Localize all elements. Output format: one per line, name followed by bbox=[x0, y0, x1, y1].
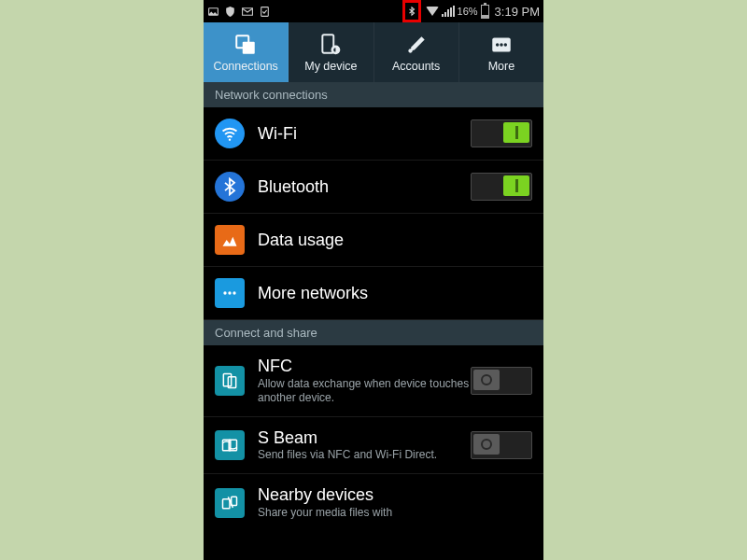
row-nfc[interactable]: NFC Allow data exchange when device touc… bbox=[204, 345, 543, 417]
status-bar: 16% 3:19 PM bbox=[204, 0, 543, 22]
row-subtitle: Allow data exchange when device touches … bbox=[258, 377, 471, 405]
mail-icon bbox=[241, 6, 254, 18]
section-label: Network connections bbox=[215, 88, 328, 102]
section-network-connections: Network connections bbox=[204, 82, 543, 107]
svg-point-8 bbox=[496, 43, 499, 46]
more-icon bbox=[489, 33, 514, 57]
nfc-icon bbox=[215, 366, 245, 396]
section-label: Connect and share bbox=[215, 326, 317, 340]
bluetooth-status-highlight bbox=[402, 0, 421, 22]
s-beam-icon bbox=[215, 430, 245, 460]
nearby-devices-icon bbox=[215, 488, 245, 518]
svg-point-9 bbox=[500, 43, 502, 46]
data-usage-icon bbox=[215, 225, 245, 255]
tab-label: Connections bbox=[213, 60, 278, 73]
svg-rect-15 bbox=[223, 373, 231, 385]
wifi-toggle[interactable] bbox=[471, 119, 532, 147]
bluetooth-icon bbox=[215, 172, 245, 202]
tab-more[interactable]: More bbox=[459, 22, 543, 82]
svg-point-14 bbox=[233, 291, 235, 294]
accounts-icon bbox=[404, 33, 429, 57]
my-device-icon bbox=[318, 33, 343, 57]
section-connect-and-share: Connect and share bbox=[204, 320, 543, 345]
svg-rect-3 bbox=[243, 41, 255, 53]
more-networks-icon bbox=[215, 278, 245, 308]
row-title: Bluetooth bbox=[258, 177, 471, 197]
tab-accounts[interactable]: Accounts bbox=[374, 22, 459, 82]
nfc-toggle[interactable] bbox=[471, 367, 532, 395]
battery-pct: 16% bbox=[458, 6, 478, 17]
row-title: Data usage bbox=[258, 231, 532, 250]
row-nearby-devices[interactable]: Nearby devices Share your media files wi… bbox=[204, 474, 543, 531]
row-subtitle: Send files via NFC and Wi-Fi Direct. bbox=[258, 448, 471, 462]
tab-label: More bbox=[488, 60, 514, 73]
row-s-beam[interactable]: S Beam Send files via NFC and Wi-Fi Dire… bbox=[204, 417, 543, 475]
row-title: Nearby devices bbox=[258, 485, 532, 505]
bluetooth-toggle[interactable] bbox=[471, 173, 532, 201]
phone-frame: 16% 3:19 PM Connections My device Accoun… bbox=[204, 0, 543, 560]
svg-rect-1 bbox=[261, 7, 269, 16]
bluetooth-status-icon bbox=[407, 5, 416, 18]
row-bluetooth[interactable]: Bluetooth bbox=[204, 161, 543, 214]
tab-my-device[interactable]: My device bbox=[289, 22, 374, 82]
row-subtitle: Share your media files with bbox=[258, 506, 532, 520]
row-title: More networks bbox=[258, 284, 532, 303]
row-data-usage[interactable]: Data usage bbox=[204, 214, 543, 267]
row-wifi[interactable]: Wi-Fi bbox=[204, 107, 543, 161]
svg-point-12 bbox=[223, 291, 226, 294]
tab-label: My device bbox=[304, 60, 357, 73]
row-title: NFC bbox=[258, 357, 471, 376]
clipboard-check-icon bbox=[259, 6, 271, 18]
svg-point-11 bbox=[229, 139, 231, 141]
settings-tabs: Connections My device Accounts More bbox=[204, 22, 543, 82]
row-title: Wi-Fi bbox=[258, 124, 471, 144]
s-beam-toggle[interactable] bbox=[471, 431, 532, 459]
image-icon bbox=[207, 6, 219, 18]
row-title: S Beam bbox=[258, 428, 471, 448]
tab-label: Accounts bbox=[392, 60, 440, 73]
battery-icon bbox=[481, 5, 489, 19]
clock: 3:19 PM bbox=[495, 5, 540, 19]
connections-icon bbox=[233, 33, 258, 57]
shield-icon bbox=[224, 6, 236, 18]
svg-point-6 bbox=[408, 49, 412, 52]
svg-rect-19 bbox=[223, 499, 231, 509]
signal-icon bbox=[442, 6, 455, 17]
row-more-networks[interactable]: More networks bbox=[204, 267, 543, 320]
svg-point-13 bbox=[228, 291, 231, 294]
wifi-icon bbox=[215, 119, 245, 148]
svg-point-10 bbox=[503, 43, 506, 46]
svg-rect-20 bbox=[232, 497, 237, 505]
tab-connections[interactable]: Connections bbox=[204, 22, 289, 82]
wifi-status-icon bbox=[426, 7, 439, 16]
